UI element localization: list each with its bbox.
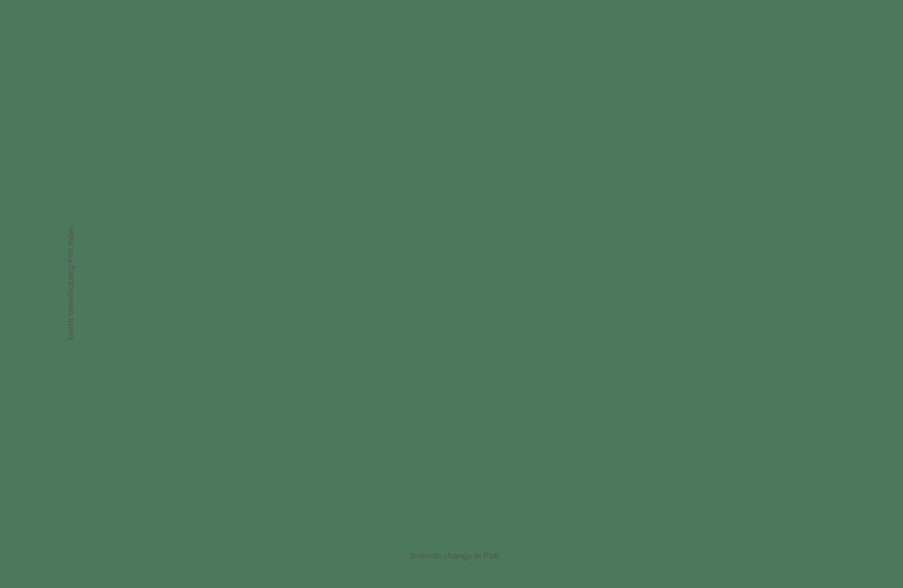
svg-text:DM: DM <box>381 377 392 385</box>
svg-text:Germany: Germany <box>305 424 334 432</box>
svg-text:Canada: Canada <box>239 420 264 428</box>
svg-text:NZealand: NZealand <box>844 273 875 281</box>
svg-text:ASEAN: ASEAN <box>606 346 629 354</box>
y-axis-title: Markit Manufacturing PMI Index <box>66 226 75 340</box>
svg-text:-5: -5 <box>57 527 62 534</box>
svg-text:France: France <box>367 439 389 447</box>
svg-text:Brazil: Brazil <box>423 361 440 369</box>
svg-text:Switzerland: Switzerland <box>422 255 458 263</box>
svg-text:Poland: Poland <box>423 501 444 509</box>
svg-text:3-month change in PMI: 3-month change in PMI <box>421 532 493 540</box>
chart-svg: 4042444648505254565860-5-4-3-2-1012345Sw… <box>43 27 865 539</box>
svg-text:56: 56 <box>50 126 57 133</box>
svg-text:58: 58 <box>50 77 57 84</box>
svg-text:5: 5 <box>853 527 856 534</box>
svg-text:China: China <box>470 398 489 406</box>
svg-text:Taiwan: Taiwan <box>184 476 206 484</box>
svg-text:60: 60 <box>50 28 57 35</box>
svg-text:40: 40 <box>50 519 57 526</box>
svg-text:-4: -4 <box>136 527 142 534</box>
svg-text:46: 46 <box>50 372 57 379</box>
svg-text:-2: -2 <box>295 527 301 534</box>
svg-text:1: 1 <box>535 527 538 534</box>
svg-text:Thailand: Thailand <box>741 305 768 313</box>
svg-text:2: 2 <box>614 527 618 534</box>
svg-text:South Korea: South Korea <box>312 453 351 461</box>
svg-text:Vietnam: Vietnam <box>502 336 528 344</box>
svg-text:Italy: Italy <box>423 427 436 435</box>
svg-text:3: 3 <box>694 527 697 534</box>
svg-text:48: 48 <box>50 323 57 330</box>
svg-text:India: India <box>685 248 700 256</box>
svg-text:Australia: Australia <box>446 317 474 325</box>
x-axis-title: 3-month change in PMI <box>410 551 499 561</box>
svg-text:50: 50 <box>50 274 57 280</box>
svg-text:4: 4 <box>773 527 777 534</box>
svg-text:Markit Manufacturing PMI Index: Markit Manufacturing PMI Index <box>41 228 49 327</box>
chart-inner: 4042444648505254565860-5-4-3-2-1012345Sw… <box>43 27 865 539</box>
svg-text:44: 44 <box>50 421 57 428</box>
svg-text:54: 54 <box>50 176 57 182</box>
svg-line-131 <box>361 454 385 458</box>
svg-text:52: 52 <box>50 225 57 231</box>
svg-text:42: 42 <box>50 470 57 477</box>
svg-text:Japan: Japan <box>502 373 521 381</box>
svg-point-138 <box>573 447 579 453</box>
svg-text:Turkey: Turkey <box>582 440 603 448</box>
svg-text:US: US <box>526 358 536 366</box>
svg-text:Euro Area: Euro Area <box>383 402 414 411</box>
svg-text:-1: -1 <box>375 527 380 534</box>
svg-text:World: World <box>453 377 471 385</box>
chart-area: 4042444648505254565860-5-4-3-2-1012345Sw… <box>22 16 881 566</box>
svg-text:EM: EM <box>502 390 513 398</box>
svg-text:Indonesia: Indonesia <box>685 361 716 369</box>
svg-text:-3: -3 <box>216 527 221 534</box>
svg-text:Russia: Russia <box>605 376 626 384</box>
